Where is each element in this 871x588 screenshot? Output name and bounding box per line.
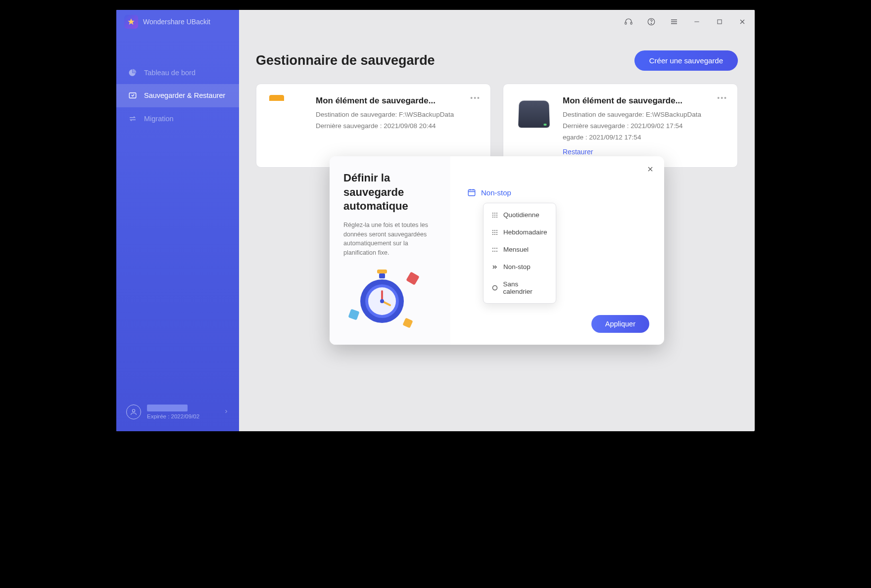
folder-icon xyxy=(269,96,305,132)
close-icon[interactable] xyxy=(738,17,747,26)
app-window: Wondershare UBackit xyxy=(116,10,755,431)
svg-rect-8 xyxy=(718,20,722,24)
app-logo-icon xyxy=(124,15,138,29)
backup-destination: Destination de sauvegarde: E:\WSBackupDa… xyxy=(563,111,725,118)
svg-point-32 xyxy=(496,213,497,214)
svg-point-53 xyxy=(496,251,497,252)
apply-button[interactable]: Appliquer xyxy=(591,315,649,333)
titlebar-left: Wondershare UBackit xyxy=(124,15,210,29)
app-title: Wondershare UBackit xyxy=(143,18,210,26)
clock-illustration-icon xyxy=(343,265,428,334)
backup-last: Dernière sauvegarde : 2021/09/02 17:54 xyxy=(563,122,725,130)
svg-point-35 xyxy=(496,215,497,216)
svg-point-33 xyxy=(492,215,493,216)
svg-point-30 xyxy=(492,213,493,214)
backup-card: ••• Mon élément de sauvegarde... Destina… xyxy=(256,84,491,168)
svg-rect-14 xyxy=(406,271,419,285)
page-title: Gestionnaire de sauvegarde xyxy=(256,53,435,68)
circle-empty-icon xyxy=(491,284,498,291)
menu-item-no-schedule[interactable]: Sans calendrier xyxy=(484,275,556,300)
menu-item-daily[interactable]: Quotidienne xyxy=(484,206,556,224)
svg-point-46 xyxy=(494,234,495,235)
schedule-selected-label: Non-stop xyxy=(481,188,511,197)
svg-point-44 xyxy=(496,232,497,233)
card-menu-icon[interactable]: ••• xyxy=(717,94,727,102)
menu-item-label: Quotidienne xyxy=(503,211,539,219)
dots-grid-icon xyxy=(491,212,498,219)
sidebar-footer[interactable]: Expirée : 2022/09/02 xyxy=(116,397,239,431)
restore-link[interactable]: Restaurer xyxy=(563,148,593,156)
fast-forward-icon xyxy=(491,264,498,271)
menu-item-weekly[interactable]: Hebdomadaire xyxy=(484,224,556,241)
support-icon[interactable] xyxy=(624,17,633,26)
user-info: Expirée : 2022/09/02 xyxy=(147,405,217,419)
svg-point-52 xyxy=(494,251,495,252)
migration-icon xyxy=(128,114,137,123)
menu-item-monthly[interactable]: Mensuel xyxy=(484,241,556,258)
svg-point-50 xyxy=(496,248,497,249)
sidebar-item-backup-restore[interactable]: Sauvegarder & Restaurer xyxy=(116,84,239,107)
titlebar: Wondershare UBackit xyxy=(116,10,755,34)
svg-point-38 xyxy=(496,217,497,218)
backup-card: ••• Mon élément de sauvegarde... Destina… xyxy=(503,84,738,168)
sidebar: Tableau de bord Sauvegarder & Restaurer … xyxy=(116,34,239,431)
svg-rect-26 xyxy=(468,190,475,196)
svg-rect-19 xyxy=(379,273,385,278)
body: Tableau de bord Sauvegarder & Restaurer … xyxy=(116,34,755,431)
menu-item-label: Hebdomadaire xyxy=(503,228,547,236)
backup-destination: Destination de sauvegarde: F:\WSBackupDa… xyxy=(316,111,478,118)
menu-item-label: Non-stop xyxy=(503,263,531,271)
svg-point-47 xyxy=(496,234,497,235)
menu-item-label: Mensuel xyxy=(503,246,529,253)
sidebar-item-dashboard[interactable]: Tableau de bord xyxy=(116,61,239,84)
card-menu-icon[interactable]: ••• xyxy=(470,94,481,102)
svg-point-23 xyxy=(380,299,384,303)
svg-point-42 xyxy=(492,232,493,233)
svg-point-49 xyxy=(494,248,495,249)
svg-point-39 xyxy=(492,230,493,231)
svg-point-41 xyxy=(496,230,497,231)
schedule-dropdown-trigger[interactable]: Non-stop xyxy=(467,188,647,197)
sidebar-item-label: Tableau de bord xyxy=(144,69,195,77)
svg-rect-13 xyxy=(348,309,359,320)
modal-right-panel: Non-stop Quotidienne xyxy=(450,156,664,345)
svg-point-37 xyxy=(494,217,495,218)
svg-rect-11 xyxy=(129,93,136,98)
help-icon[interactable] xyxy=(647,17,656,26)
sidebar-item-migration[interactable]: Migration xyxy=(116,107,239,130)
user-expiry: Expirée : 2022/09/02 xyxy=(147,413,217,419)
menu-icon[interactable] xyxy=(670,17,678,26)
svg-point-3 xyxy=(651,23,651,24)
card-info: Mon élément de sauvegarde... Destination… xyxy=(316,96,478,156)
chevron-right-icon xyxy=(223,407,229,416)
svg-point-43 xyxy=(494,232,495,233)
main-header: Gestionnaire de sauvegarde Créer une sau… xyxy=(256,50,738,71)
titlebar-controls xyxy=(624,17,747,26)
schedule-modal: Définir la sauvegarde automatique Réglez… xyxy=(330,156,664,345)
minimize-icon[interactable] xyxy=(692,17,701,26)
svg-rect-15 xyxy=(402,317,413,328)
avatar-icon xyxy=(126,405,141,419)
modal-close-icon[interactable] xyxy=(646,165,654,176)
modal-description: Réglez-la une fois et toutes les données… xyxy=(343,221,437,258)
schedule-dropdown-menu: Quotidienne Hebdomadaire xyxy=(483,203,556,304)
dots-sparse-icon xyxy=(491,246,498,253)
main-content: Gestionnaire de sauvegarde Créer une sau… xyxy=(239,34,755,431)
backup-title: Mon élément de sauvegarde... xyxy=(563,96,725,106)
backup-last: Dernière sauvegarde : 2021/09/08 20:44 xyxy=(316,122,478,130)
disk-icon xyxy=(516,96,552,132)
menu-item-nonstop[interactable]: Non-stop xyxy=(484,258,556,275)
modal-title: Définir la sauvegarde automatique xyxy=(343,171,437,214)
create-backup-button[interactable]: Créer une sauvegarde xyxy=(634,50,738,71)
svg-point-31 xyxy=(494,213,495,214)
sidebar-item-label: Sauvegarder & Restaurer xyxy=(144,91,225,100)
backup-next: egarde : 2021/09/12 17:54 xyxy=(563,134,725,141)
maximize-icon[interactable] xyxy=(715,17,724,26)
menu-item-label: Sans calendrier xyxy=(503,280,548,295)
pie-chart-icon xyxy=(128,68,137,77)
card-info: Mon élément de sauvegarde... Destination… xyxy=(563,96,725,156)
calendar-icon xyxy=(467,188,476,197)
sidebar-nav: Tableau de bord Sauvegarder & Restaurer … xyxy=(116,34,239,130)
svg-point-12 xyxy=(132,409,135,412)
backup-icon xyxy=(128,91,137,100)
